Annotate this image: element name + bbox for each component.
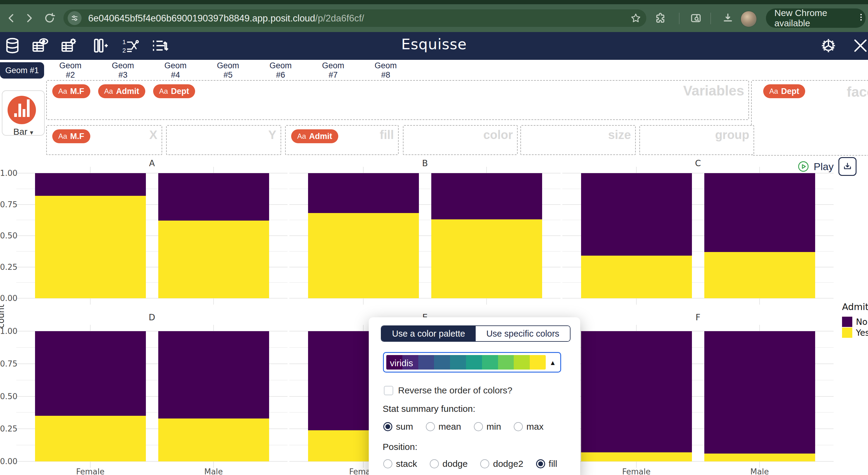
x-tick-label-D-female: Female bbox=[69, 467, 112, 475]
tab-use-color-palette[interactable]: Use a color palette bbox=[381, 326, 476, 341]
color-zone[interactable]: color bbox=[403, 125, 518, 155]
y-tick-label: 0.25 bbox=[0, 263, 14, 272]
bar-B-male-no bbox=[431, 173, 542, 219]
text-type-icon: Aa bbox=[769, 87, 778, 95]
radio-label: mean bbox=[438, 421, 461, 432]
browser-tab-strip bbox=[0, 0, 868, 4]
bar-F-female-no bbox=[581, 331, 692, 452]
reverse-colors-label: Reverse the order of colors? bbox=[398, 385, 513, 395]
y-tick-label: 1.00 bbox=[0, 169, 14, 178]
tab-geom-6[interactable]: Geom #6 bbox=[264, 61, 297, 80]
url-text[interactable]: 6e040645bf5f4e06b6900190397b8849.app.pos… bbox=[88, 13, 364, 24]
back-icon[interactable] bbox=[5, 12, 18, 24]
omnibox[interactable]: 6e040645bf5f4e06b6900190397b8849.app.pos… bbox=[63, 9, 646, 27]
update-chrome-label: New Chrome available bbox=[774, 8, 850, 28]
play-label: Play bbox=[814, 161, 834, 173]
pill-label: Dept bbox=[171, 87, 189, 96]
radio-circle bbox=[383, 459, 392, 468]
toolbar-separator bbox=[710, 13, 711, 24]
variable-pill-m-f[interactable]: AaM.F bbox=[52, 129, 90, 143]
tab-geom-8[interactable]: Geom #8 bbox=[369, 61, 402, 80]
fill-pills: AaAdmit bbox=[291, 129, 338, 143]
tab-geom-2[interactable]: Geom #2 bbox=[54, 61, 87, 80]
position-label: Position: bbox=[383, 442, 417, 452]
reverse-colors-checkbox[interactable] bbox=[384, 386, 393, 395]
variable-pill-admit[interactable]: AaAdmit bbox=[291, 129, 338, 143]
bar-F-male-yes bbox=[704, 453, 815, 462]
facet-label-B: B bbox=[289, 158, 561, 168]
esquisse-header: 12 Esquisse bbox=[0, 32, 868, 60]
color-watermark: color bbox=[483, 128, 513, 142]
tab-use-specific-colors[interactable]: Use specific colors bbox=[476, 326, 570, 341]
geom-selector[interactable]: Bar ▾ bbox=[2, 90, 45, 136]
position-radio-dodge2[interactable]: dodge2 bbox=[480, 459, 523, 469]
plot-header-actions: Play bbox=[797, 156, 857, 176]
x-tick-label-D-male: Male bbox=[192, 467, 235, 475]
facet-panel-D bbox=[16, 325, 287, 468]
stat-radio-mean[interactable]: mean bbox=[426, 421, 461, 432]
export-plot-button[interactable] bbox=[838, 157, 857, 176]
bar-C-female-yes bbox=[581, 256, 692, 298]
variable-pill-dept[interactable]: AaDept bbox=[763, 84, 805, 98]
legend-item-yes: Yes bbox=[842, 327, 868, 338]
facet-watermark: facet bbox=[847, 84, 868, 100]
bar-D-male-yes bbox=[158, 418, 269, 462]
reload-icon[interactable] bbox=[43, 12, 56, 24]
stat-radio-max[interactable]: max bbox=[514, 421, 544, 432]
tab-geom-1[interactable]: Geom #1 bbox=[0, 62, 44, 79]
x-zone[interactable]: X AaM.F bbox=[46, 125, 162, 155]
size-zone[interactable]: size bbox=[520, 125, 636, 155]
y-zone[interactable]: Y bbox=[166, 125, 281, 155]
legend-swatch-yes bbox=[842, 328, 852, 338]
stat-radio-sum[interactable]: sum bbox=[383, 421, 413, 432]
update-chrome-button[interactable]: New Chrome available bbox=[766, 8, 866, 28]
position-radio-dodge[interactable]: dodge bbox=[430, 459, 467, 469]
chevron-up-icon: ▲ bbox=[549, 359, 556, 367]
radio-label: dodge2 bbox=[493, 459, 523, 469]
bar-D-female-yes bbox=[35, 416, 146, 462]
palette-mode-tabs: Use a color palette Use specific colors bbox=[381, 325, 570, 342]
radio-circle bbox=[430, 459, 439, 468]
avatar[interactable] bbox=[741, 11, 757, 27]
x-pills: AaM.F bbox=[52, 129, 90, 143]
radio-label: dodge bbox=[442, 459, 467, 469]
pill-label: Admit bbox=[309, 132, 332, 141]
tab-geom-5[interactable]: Geom #5 bbox=[211, 61, 245, 80]
tab-geom-7[interactable]: Geom #7 bbox=[316, 61, 350, 80]
palette-select[interactable]: viridis ▲ bbox=[383, 352, 561, 373]
play-button[interactable]: Play bbox=[797, 160, 834, 173]
fill-zone[interactable]: fill AaAdmit bbox=[285, 125, 399, 155]
app-title: Esquisse bbox=[0, 36, 868, 53]
group-zone[interactable]: group bbox=[639, 125, 754, 155]
extensions-icon[interactable] bbox=[655, 12, 667, 24]
tab-geom-4[interactable]: Geom #4 bbox=[159, 61, 192, 80]
bar-A-male-no bbox=[158, 173, 269, 220]
text-type-icon: Aa bbox=[104, 87, 113, 95]
facet-panel-F bbox=[562, 325, 834, 468]
position-radio-fill[interactable]: fill bbox=[536, 459, 557, 469]
settings-gear-icon[interactable] bbox=[819, 36, 838, 55]
download-icon[interactable] bbox=[722, 12, 734, 24]
stat-radio-min[interactable]: min bbox=[474, 421, 501, 432]
pill-label: Dept bbox=[781, 87, 799, 96]
tab-search-icon[interactable] bbox=[690, 12, 702, 24]
forward-icon[interactable] bbox=[23, 12, 35, 24]
variable-pill-dept[interactable]: AaDept bbox=[153, 84, 195, 98]
variable-pill-m-f[interactable]: AaM.F bbox=[52, 84, 90, 98]
tab-geom-3[interactable]: Geom #3 bbox=[106, 61, 140, 80]
facet-zone[interactable]: facet AaDept bbox=[751, 80, 868, 156]
site-info-icon[interactable] bbox=[68, 11, 82, 25]
variables-watermark: Variables bbox=[683, 83, 744, 99]
variable-pill-admit[interactable]: AaAdmit bbox=[98, 84, 145, 98]
bookmark-star-icon[interactable] bbox=[630, 12, 642, 24]
x-tick-label-F-female: Female bbox=[615, 467, 657, 475]
facet-panel-A bbox=[16, 167, 287, 304]
radio-label: stack bbox=[396, 459, 417, 469]
y-tick-label: 0.25 bbox=[0, 424, 14, 433]
y-tick-label: 0.75 bbox=[0, 200, 14, 209]
kebab-menu-icon[interactable] bbox=[857, 13, 866, 24]
variables-zone[interactable]: Variables AaM.FAaAdmitAaDept bbox=[46, 80, 749, 120]
position-radio-stack[interactable]: stack bbox=[383, 459, 417, 469]
close-icon[interactable] bbox=[851, 36, 868, 55]
y-tick-label: 0.75 bbox=[0, 359, 14, 368]
